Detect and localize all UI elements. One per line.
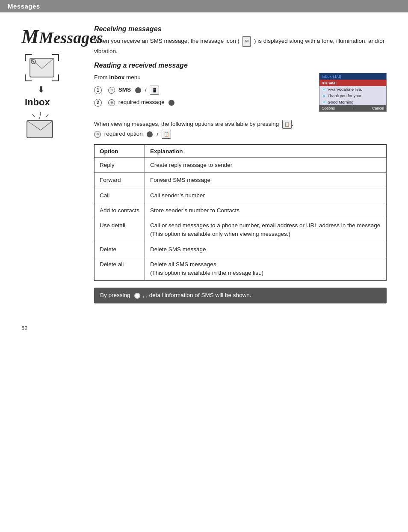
table-cell-option: Forward: [95, 173, 145, 188]
reading-section: Reading a received message From Inbox me…: [94, 62, 387, 112]
shortcut-icon-1: 📱: [150, 86, 159, 95]
table-row: Add to contactsStore sender’s number to …: [95, 203, 387, 218]
table-cell-option: Use detail: [95, 218, 145, 242]
envelope-icon-bottom: ✦: [25, 111, 57, 140]
confirm-btn-icon-3: [147, 131, 153, 137]
note-confirm-icon: [134, 293, 140, 299]
table-row: Delete allDelete all SMS messages(This o…: [95, 257, 387, 281]
table-row: ForwardForward SMS message: [95, 173, 387, 188]
spacer: [94, 112, 387, 119]
header-title: Messages: [8, 3, 40, 10]
step-2: 2 ⊕ required message: [94, 98, 314, 107]
reading-text: From Inbox menu 1 ⊕ SMS: [94, 73, 314, 110]
sms-screen-footer: Options ·· Cancel: [319, 105, 386, 111]
table-cell-explanation: Forward SMS message: [145, 173, 387, 188]
sms-screen-selected: KK3450: [319, 80, 386, 86]
page-number: 52: [21, 325, 387, 331]
sms-screen-item-2: 📧 Thank you for your: [319, 92, 386, 99]
table-row: Use detailCall or send messages to a pho…: [95, 218, 387, 242]
note-box: By pressing , , detail information of SM…: [94, 288, 387, 303]
table-cell-option: Delete: [95, 242, 145, 257]
envelope-bracket: [25, 54, 59, 81]
sms-screen-item-1: 📧 Viva Vodafone live.: [319, 86, 386, 92]
table-row: ReplyCreate reply message to sender: [95, 158, 387, 173]
table-cell-explanation: Delete SMS message: [145, 242, 387, 257]
bracket-bl: [25, 74, 32, 81]
table-cell-option: Reply: [95, 158, 145, 173]
receiving-text: When you receive an SMS message, the mes…: [94, 36, 387, 56]
reading-title: Reading a received message: [94, 62, 387, 69]
table-cell-explanation: Call or send messages to a phone number,…: [145, 218, 387, 242]
table-cell-explanation: Create reply message to sender: [145, 158, 387, 173]
left-icons: ⬇ Inbox: [21, 54, 86, 140]
table-cell-explanation: Store sender’s number to Contacts: [145, 203, 387, 218]
nav-circle-icon-2: ⊕: [108, 99, 115, 106]
main-layout: MMessages: [21, 25, 387, 312]
svg-point-2: [33, 61, 34, 62]
table-col-option: Option: [95, 145, 145, 158]
envelope-icon-top: [29, 57, 55, 78]
options-icon: 📋: [282, 120, 292, 129]
sms-screen-thumbnail: Inbox-(1/d) KK3450 📧 Viva Vodafone live.…: [319, 73, 387, 112]
receiving-section: Receiving messages When you receive an S…: [94, 25, 387, 56]
table-cell-explanation: Delete all SMS messages(This option is a…: [145, 257, 387, 281]
svg-line-4: [46, 114, 48, 117]
svg-text:✦: ✦: [38, 116, 41, 120]
table-col-explanation: Explanation: [145, 145, 387, 158]
sms-screen-item-3: 📧 Good Morning: [319, 99, 386, 105]
step-2-number: 2: [94, 99, 102, 107]
from-line: From Inbox menu: [94, 73, 314, 83]
sms-screen-header: Inbox-(1/d): [319, 73, 386, 80]
arrow-down-icon: ⬇: [38, 84, 45, 95]
bracket-tl: [25, 54, 32, 61]
table-cell-option: Call: [95, 188, 145, 203]
shortcut-icon-2: 📋: [162, 130, 171, 139]
svg-line-6: [33, 114, 35, 117]
page-content: MMessages: [0, 12, 408, 348]
table-row: DeleteDelete SMS message: [95, 242, 387, 257]
options-intro-text: When viewing messages, the following opt…: [94, 119, 387, 139]
table-cell-option: Delete all: [95, 257, 145, 281]
table-cell-option: Add to contacts: [95, 203, 145, 218]
page-title: MMessages: [21, 25, 86, 48]
message-icon: ✉: [242, 36, 251, 47]
bracket-tr: [52, 54, 59, 61]
confirm-btn-icon: [135, 87, 141, 93]
step-1-number: 1: [94, 86, 102, 94]
left-column: MMessages: [21, 25, 94, 312]
inbox-label: Inbox: [25, 97, 50, 108]
bracket-br: [52, 74, 59, 81]
table-row: CallCall sender’s number: [95, 188, 387, 203]
nav-circle-icon: ⊕: [108, 87, 115, 94]
options-table: Option Explanation ReplyCreate reply mes…: [94, 144, 387, 281]
receiving-title: Receiving messages: [94, 25, 387, 33]
right-column: Receiving messages When you receive an S…: [94, 25, 387, 312]
header-bar: Messages: [0, 0, 408, 12]
sms-label: SMS: [118, 86, 131, 93]
nav-circle-icon-3: ⊕: [94, 131, 101, 138]
reading-content: From Inbox menu 1 ⊕ SMS: [94, 73, 387, 112]
step-1: 1 ⊕ SMS / 📱: [94, 85, 314, 95]
table-cell-explanation: Call sender’s number: [145, 188, 387, 203]
confirm-btn-icon-2: [169, 100, 174, 106]
